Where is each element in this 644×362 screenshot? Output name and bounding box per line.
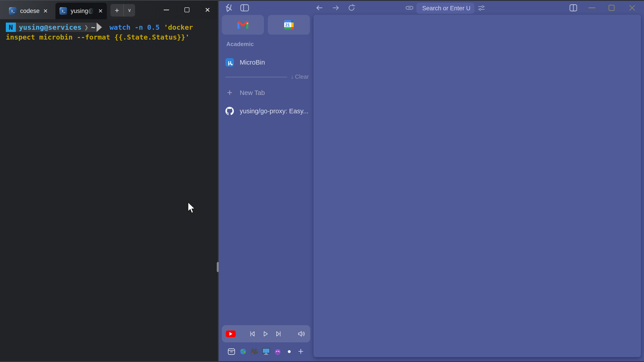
terminal-newtab-group: + ∨: [110, 4, 135, 16]
gmail-icon: [238, 21, 248, 29]
new-tab-label: New Tab: [240, 89, 265, 96]
prompt-path: ~: [91, 23, 95, 31]
next-track-button[interactable]: [274, 330, 282, 338]
add-workspace-button[interactable]: +: [296, 347, 306, 356]
powerline-arrow-icon: [96, 22, 102, 32]
terminal-content[interactable]: N yusing@services❯~ watch -n 0.5 'docker…: [0, 19, 218, 42]
url-bar[interactable]: [416, 3, 474, 14]
archive-icon[interactable]: [227, 347, 236, 356]
tab-label-fade: [87, 3, 95, 19]
tab-close-icon[interactable]: ✕: [43, 8, 48, 14]
globe-workspace-icon[interactable]: [238, 347, 248, 356]
powershell-icon: ❯_: [60, 7, 67, 15]
prompt-badge: N: [6, 22, 16, 32]
minimize-button[interactable]: [156, 0, 177, 19]
previous-track-button[interactable]: [249, 330, 256, 338]
microbin-dot: [231, 64, 232, 65]
screen: ❯_ codese ✕ ❯_ yusing@services ✕ + ∨ ✕: [0, 0, 644, 362]
devil-face-workspace-icon[interactable]: [273, 347, 282, 356]
svg-text:21: 21: [285, 23, 290, 27]
tab-label: yusing/go-proxy: Easy...: [240, 107, 308, 115]
google-calendar-icon: 21: [284, 20, 294, 29]
tab-github-go-proxy[interactable]: yusing/go-proxy: Easy...: [222, 105, 310, 117]
essential-gmail[interactable]: [222, 15, 264, 35]
tabs-separator: [226, 77, 287, 77]
new-tab-button[interactable]: + New Tab: [222, 86, 310, 99]
sidebar-toggle-icon[interactable]: [240, 4, 249, 12]
close-button[interactable]: ✕: [197, 0, 218, 19]
clear-label: Clear: [295, 73, 309, 80]
tab-dropdown-button[interactable]: ∨: [124, 4, 135, 16]
forward-button[interactable]: [332, 4, 340, 11]
workspace-section-label: Academic: [226, 41, 254, 48]
youtube-icon[interactable]: [226, 331, 236, 337]
back-button[interactable]: [315, 4, 323, 11]
maximize-icon: [184, 7, 190, 12]
prompt-chevron: ❯: [82, 23, 91, 31]
essential-google-calendar[interactable]: 21: [268, 15, 310, 35]
reload-button[interactable]: [348, 4, 356, 12]
browser-maximize-button[interactable]: [608, 4, 616, 12]
desktop-computer-workspace-icon[interactable]: [262, 347, 271, 356]
command-text-yellow: 'docker: [164, 23, 193, 31]
play-button[interactable]: [262, 330, 269, 338]
pinned-tab-microbin[interactable]: μ MicroBin: [222, 56, 310, 69]
default-workspace-dot[interactable]: [284, 347, 294, 356]
volume-icon[interactable]: [298, 330, 305, 338]
terminal-window: ❯_ codese ✕ ❯_ yusing@services ✕ + ∨ ✕: [0, 0, 218, 362]
close-icon: ✕: [204, 6, 210, 14]
media-player: [222, 325, 310, 342]
terminal-window-controls: ✕: [156, 0, 218, 19]
browser-minimize-button[interactable]: [588, 7, 596, 9]
command-text-blue: watch -n 0.5: [110, 23, 164, 31]
prompt-segment: yusing@services❯~: [16, 22, 96, 32]
zen-logo-icon[interactable]: [224, 3, 234, 12]
command-text-yellow: inspect microbin --format {{.State.Statu…: [6, 33, 190, 41]
browser-toolbar: [219, 1, 644, 15]
browser-close-button[interactable]: [628, 4, 636, 12]
split-view-icon[interactable]: [569, 4, 578, 12]
tab-close-icon[interactable]: ✕: [98, 8, 103, 14]
down-arrow-icon: ↓: [291, 73, 294, 80]
browser-window: 21 Academic μ MicroBin ↓ Clear + New Tab…: [219, 0, 644, 362]
youtube-play-triangle: [230, 332, 232, 336]
search-input[interactable]: [416, 5, 474, 12]
taskbar-hint-line: [0, 361, 644, 362]
terminal-tab-label: codese: [20, 7, 40, 14]
mouse-cursor: [188, 202, 197, 216]
pinned-tab-label: MicroBin: [240, 59, 265, 66]
github-icon: [226, 107, 234, 115]
minimize-icon: [164, 9, 169, 10]
settings-sliders-icon[interactable]: [477, 3, 486, 12]
terminal-tab-codese[interactable]: ❯_ codese ✕: [5, 3, 52, 19]
clear-tabs-button[interactable]: ↓ Clear: [291, 73, 309, 80]
movie-camera-workspace-icon[interactable]: [250, 347, 259, 356]
plus-icon: +: [298, 347, 304, 356]
powershell-icon: ❯_: [9, 7, 16, 15]
maximize-button[interactable]: [177, 0, 197, 19]
web-content-area[interactable]: [314, 15, 641, 357]
link-icon[interactable]: [405, 4, 414, 11]
plus-icon: +: [226, 88, 234, 97]
terminal-titlebar: ❯_ codese ✕ ❯_ yusing@services ✕ + ∨ ✕: [0, 0, 218, 19]
prompt-line-2: inspect microbin --format {{.State.Statu…: [6, 32, 218, 42]
microbin-favicon: μ: [226, 58, 234, 67]
workspace-bar: +: [222, 346, 310, 358]
prompt-user: yusing@services: [19, 23, 82, 31]
prompt-line-1: N yusing@services❯~ watch -n 0.5 'docker: [6, 22, 218, 32]
terminal-tab-yusing[interactable]: ❯_ yusing@services ✕: [56, 3, 107, 19]
new-tab-button[interactable]: +: [110, 4, 124, 16]
